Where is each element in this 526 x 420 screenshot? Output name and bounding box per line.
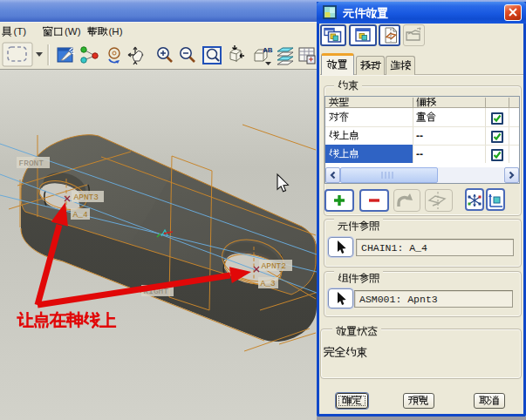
- svg-text:FRONT: FRONT: [19, 159, 44, 168]
- svg-text:AB: AB: [263, 46, 273, 54]
- svg-text:A_3: A_3: [261, 279, 276, 288]
- svg-text:APNT3: APNT3: [74, 193, 99, 202]
- svg-text:A_4: A_4: [73, 210, 88, 220]
- svg-text:APNT2: APNT2: [262, 261, 287, 271]
